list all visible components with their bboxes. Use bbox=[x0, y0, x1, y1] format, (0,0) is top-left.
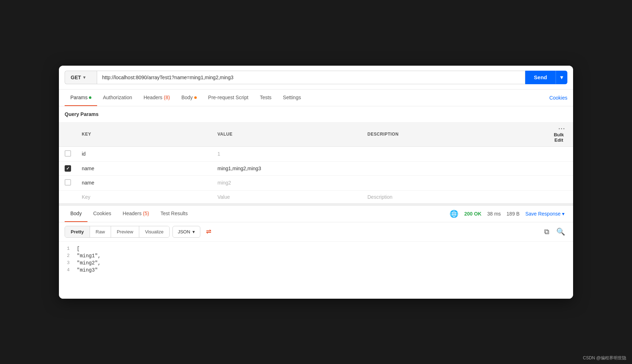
row3-key[interactable]: name bbox=[77, 175, 212, 190]
search-icon[interactable]: 🔍 bbox=[554, 226, 567, 237]
row2-desc[interactable] bbox=[362, 161, 545, 175]
col-header-desc: DESCRIPTION bbox=[362, 122, 545, 147]
row1-checkbox[interactable] bbox=[65, 150, 71, 157]
request-tabs-bar: Params Authorization Headers (8) Body Pr… bbox=[59, 90, 573, 106]
url-bar: GET ▾ Send ▾ bbox=[59, 66, 573, 90]
code-line-3: 3 "ming2", bbox=[59, 259, 573, 267]
globe-icon: 🌐 bbox=[450, 209, 458, 218]
line-content-2: "ming1", bbox=[77, 253, 101, 259]
tab-headers[interactable]: Headers (8) bbox=[138, 90, 176, 106]
row1-value[interactable]: 1 bbox=[212, 146, 362, 161]
tab-pre-request[interactable]: Pre-request Script bbox=[202, 90, 254, 106]
response-tab-cookies[interactable]: Cookies bbox=[87, 206, 117, 222]
line-content-3: "ming2", bbox=[77, 260, 101, 266]
row4-desc[interactable]: Description bbox=[362, 190, 545, 203]
row3-check-cell bbox=[59, 175, 77, 190]
dots-icon[interactable]: ··· bbox=[558, 126, 565, 132]
row3-value[interactable]: ming2 bbox=[212, 175, 362, 190]
method-selector[interactable]: GET ▾ bbox=[65, 71, 97, 84]
row1-desc[interactable] bbox=[362, 146, 545, 161]
postman-window: GET ▾ Send ▾ Params Authorization Header… bbox=[59, 66, 573, 299]
response-size: 189 B bbox=[507, 211, 520, 217]
table-row: name ming1,ming2,ming3 bbox=[59, 161, 573, 175]
format-pretty-button[interactable]: Pretty bbox=[65, 226, 90, 237]
table-row: id 1 bbox=[59, 146, 573, 161]
tab-authorization[interactable]: Authorization bbox=[97, 90, 138, 106]
tab-body[interactable]: Body bbox=[176, 90, 202, 106]
params-dot bbox=[89, 96, 91, 99]
row3-actions bbox=[545, 175, 573, 190]
row2-value[interactable]: ming1,ming2,ming3 bbox=[212, 161, 362, 175]
format-visualize-button[interactable]: Visualize bbox=[139, 226, 169, 237]
table-row: name ming2 bbox=[59, 175, 573, 190]
cookies-link[interactable]: Cookies bbox=[549, 90, 567, 106]
body-dot bbox=[194, 96, 197, 99]
row1-key[interactable]: id bbox=[77, 146, 212, 161]
json-type-selector[interactable]: JSON ▾ bbox=[172, 226, 200, 238]
params-table-wrapper: KEY VALUE DESCRIPTION ··· Bulk Edit bbox=[59, 122, 573, 203]
line-number-4: 4 bbox=[59, 267, 77, 273]
code-view: 1 [ 2 "ming1", 3 "ming2", 4 "ming3" bbox=[59, 242, 573, 299]
col-header-check bbox=[59, 122, 77, 147]
row3-checkbox[interactable] bbox=[65, 179, 71, 186]
tab-settings[interactable]: Settings bbox=[277, 90, 307, 106]
tab-params[interactable]: Params bbox=[65, 90, 97, 106]
row3-desc[interactable] bbox=[362, 175, 545, 190]
response-section: Body Cookies Headers (5) Test Results 🌐 … bbox=[59, 206, 573, 299]
bulk-edit-button[interactable]: Bulk Edit bbox=[550, 132, 568, 143]
row2-checkbox[interactable] bbox=[65, 165, 71, 172]
wrap-icon[interactable]: ⇌ bbox=[203, 226, 214, 237]
send-chevron-icon: ▾ bbox=[556, 71, 567, 84]
format-raw-button[interactable]: Raw bbox=[90, 226, 111, 237]
url-input[interactable] bbox=[97, 71, 525, 84]
row4-key[interactable]: Key bbox=[77, 190, 212, 203]
params-table: KEY VALUE DESCRIPTION ··· Bulk Edit bbox=[59, 122, 573, 203]
code-line-1: 1 [ bbox=[59, 245, 573, 252]
response-tab-body[interactable]: Body bbox=[65, 206, 87, 222]
response-meta: 🌐 200 OK 38 ms 189 B Save Response ▾ bbox=[447, 209, 567, 218]
line-number-2: 2 bbox=[59, 253, 77, 258]
row2-key[interactable]: name bbox=[77, 161, 212, 175]
col-header-actions: ··· Bulk Edit bbox=[545, 122, 573, 147]
row2-actions bbox=[545, 161, 573, 175]
response-tab-headers[interactable]: Headers (5) bbox=[117, 206, 155, 222]
row4-value[interactable]: Value bbox=[212, 190, 362, 203]
save-response-button[interactable]: Save Response ▾ bbox=[525, 211, 565, 217]
col-header-value: VALUE bbox=[212, 122, 362, 147]
col-header-key: KEY bbox=[77, 122, 212, 147]
method-chevron-icon: ▾ bbox=[83, 75, 85, 80]
response-time: 38 ms bbox=[487, 211, 501, 217]
query-params-header: Query Params bbox=[59, 106, 573, 122]
footer-watermark: CSDN @编程界明世隐 bbox=[583, 355, 626, 361]
line-number-1: 1 bbox=[59, 246, 77, 251]
row4-actions bbox=[545, 190, 573, 203]
send-label: Send bbox=[525, 71, 556, 84]
line-content-1: [ bbox=[77, 246, 80, 252]
tab-tests[interactable]: Tests bbox=[254, 90, 277, 106]
format-preview-button[interactable]: Preview bbox=[111, 226, 139, 237]
row1-actions bbox=[545, 146, 573, 161]
row1-check-cell bbox=[59, 146, 77, 161]
response-tab-test-results[interactable]: Test Results bbox=[155, 206, 193, 222]
line-content-4: "ming3" bbox=[77, 267, 98, 273]
copy-icon[interactable]: ⧉ bbox=[542, 226, 551, 237]
format-bar: Pretty Raw Preview Visualize JSON ▾ ⇌ ⧉ … bbox=[59, 222, 573, 242]
code-line-2: 2 "ming1", bbox=[59, 252, 573, 259]
send-button[interactable]: Send ▾ bbox=[525, 71, 567, 84]
format-group: Pretty Raw Preview Visualize bbox=[65, 226, 170, 238]
row4-check-cell bbox=[59, 190, 77, 203]
row2-check-cell bbox=[59, 161, 77, 175]
response-tabs-bar: Body Cookies Headers (5) Test Results 🌐 … bbox=[59, 206, 573, 222]
table-row: Key Value Description bbox=[59, 190, 573, 203]
line-number-3: 3 bbox=[59, 260, 77, 266]
status-badge: 200 OK bbox=[464, 211, 481, 217]
code-line-4: 4 "ming3" bbox=[59, 267, 573, 274]
method-label: GET bbox=[71, 75, 81, 80]
